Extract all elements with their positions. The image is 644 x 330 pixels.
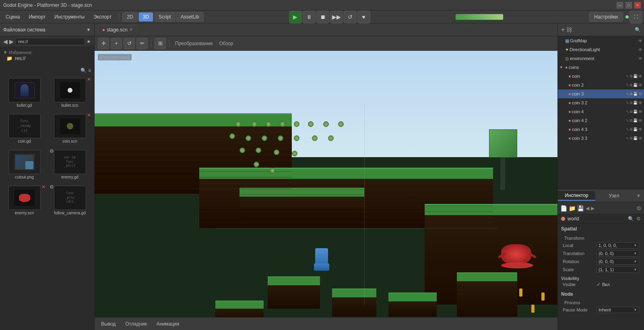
add-node-button[interactable]: + bbox=[561, 26, 565, 33]
dup-action-icon-33[interactable]: ⧉ bbox=[630, 136, 632, 141]
save-file-icon[interactable]: 💾 bbox=[577, 205, 584, 212]
local-dropdown-icon[interactable]: ▼ bbox=[634, 243, 637, 247]
list-item[interactable]: bullet.gd bbox=[3, 77, 45, 109]
move-action-icon[interactable]: ⤡ bbox=[626, 74, 629, 78]
tree-item-coin33[interactable]: ● coin 3 3 ⤡ ⧉ 💾 👁 bbox=[558, 134, 644, 143]
world-settings-icon[interactable]: ⚙ bbox=[636, 216, 641, 222]
translation-value[interactable]: (0, 0, 0) ▼ bbox=[597, 250, 639, 257]
tab-node[interactable]: Узел bbox=[595, 191, 633, 200]
favorites-item-res[interactable]: 📁 res:// bbox=[3, 55, 91, 62]
dup-action-icon-3[interactable]: ⧉ bbox=[630, 92, 632, 96]
scale-value[interactable]: (1, 1, 1) ▼ bbox=[597, 266, 639, 273]
pause-mode-dropdown-icon[interactable]: ▼ bbox=[634, 308, 637, 312]
menu-tools[interactable]: Инструменты bbox=[50, 12, 89, 21]
tree-item-coins[interactable]: ▼ ● coins bbox=[558, 63, 644, 72]
eye-icon-coin42[interactable]: 👁 bbox=[638, 118, 642, 123]
rotation-value[interactable]: (0, 0, 0) ▼ bbox=[597, 258, 639, 265]
list-item[interactable]: ⚙ var spfunc_ph(){ enemy.gd bbox=[49, 148, 91, 181]
tab-stage-scn[interactable]: ● stage.scn ✕ bbox=[98, 25, 137, 35]
list-item[interactable]: ✕ enemy.scn bbox=[3, 184, 45, 217]
tree-item-gridmap[interactable]: ▦ GridMap 👁 bbox=[558, 36, 644, 45]
loop-button[interactable]: ↺ bbox=[344, 10, 357, 23]
dup-action-icon-4[interactable]: ⧉ bbox=[630, 110, 632, 114]
filesystem-dropdown-icon[interactable]: ▼ bbox=[86, 27, 91, 33]
save-action-icon-4[interactable]: 💾 bbox=[633, 110, 638, 114]
save-action-icon-33[interactable]: 💾 bbox=[633, 136, 638, 140]
view-menu[interactable]: Обзор bbox=[217, 40, 236, 47]
rotation-dropdown-icon[interactable]: ▼ bbox=[634, 259, 637, 264]
close-button[interactable]: ✕ bbox=[634, 2, 641, 8]
tree-expand-coins-icon[interactable]: ▼ bbox=[559, 65, 564, 69]
list-item[interactable]: ✕ coin.scn bbox=[49, 112, 91, 145]
save-action-icon[interactable]: 💾 bbox=[633, 74, 638, 78]
meta-button[interactable]: ♥ bbox=[357, 10, 370, 23]
tab-close-icon[interactable]: ✕ bbox=[129, 27, 133, 32]
dup-action-icon-32[interactable]: ⧉ bbox=[630, 101, 632, 105]
tree-item-coin[interactable]: ● coin ⤡ ⧉ 💾 👁 bbox=[558, 72, 644, 81]
tab-debugger[interactable]: Отладчик bbox=[122, 320, 150, 328]
save-action-icon-43[interactable]: 💾 bbox=[633, 127, 638, 131]
tab-animation[interactable]: Анимация bbox=[153, 320, 182, 328]
script-button[interactable]: Script bbox=[154, 12, 175, 22]
move-action-icon-42[interactable]: ⤡ bbox=[626, 118, 629, 122]
tab-inspector[interactable]: Инспектор bbox=[558, 191, 595, 201]
list-item[interactable]: ⚙ func_proc(d){ follow_camera.gd bbox=[49, 184, 91, 217]
tree-item-directionallight[interactable]: ✦ DirectionalLight 👁 bbox=[558, 45, 644, 54]
list-item[interactable]: func_ready(){ coin.gd bbox=[3, 112, 45, 145]
scale-dropdown-icon[interactable]: ▼ bbox=[634, 268, 637, 272]
move-action-icon-2[interactable]: ⤡ bbox=[626, 83, 629, 87]
move-action-icon-3[interactable]: ⤡ bbox=[626, 92, 629, 96]
move-action-icon-32[interactable]: ⤡ bbox=[626, 101, 629, 105]
tree-item-coin3[interactable]: ● coin 3 ⤡ ⧉ 💾 👁 bbox=[558, 89, 644, 98]
rotate-tool-button[interactable]: ↺ bbox=[124, 38, 135, 49]
maximize-button[interactable]: □ bbox=[625, 2, 632, 8]
eye-icon-coin32[interactable]: 👁 bbox=[638, 101, 642, 105]
menu-export[interactable]: Экспорт bbox=[89, 12, 116, 21]
world-search-icon[interactable]: 🔍 bbox=[628, 216, 634, 222]
expand-button[interactable]: ⛶ bbox=[630, 10, 642, 23]
favorites-star-icon[interactable]: ★ bbox=[87, 39, 91, 44]
next-icon[interactable]: ▶ bbox=[591, 205, 594, 211]
tree-item-coin32[interactable]: ● coin 3 2 ⤡ ⧉ 💾 👁 bbox=[558, 98, 644, 107]
settings-button[interactable]: Настройки bbox=[589, 12, 623, 22]
view-2d-button[interactable]: 2D bbox=[122, 12, 137, 22]
inspector-expand-icon[interactable]: ▼ bbox=[633, 193, 644, 199]
file-delete-icon[interactable]: ✕ bbox=[41, 184, 45, 190]
open-file-icon[interactable]: 📁 bbox=[569, 205, 576, 212]
grid-tool-button[interactable]: ⊞ bbox=[155, 38, 166, 49]
tree-item-coin4[interactable]: ● coin 4 ⤡ ⧉ 💾 👁 bbox=[558, 107, 644, 116]
file-gear-icon[interactable]: ⚙ bbox=[50, 148, 54, 154]
dup-action-icon-2[interactable]: ⧉ bbox=[630, 83, 632, 87]
assetlib-button[interactable]: AssetLib bbox=[176, 12, 204, 22]
translation-dropdown-icon[interactable]: ▼ bbox=[634, 251, 637, 255]
save-action-icon-42[interactable]: 💾 bbox=[633, 118, 638, 122]
viewport-3d[interactable]: [Перспектива] bbox=[95, 51, 557, 317]
save-action-icon-32[interactable]: 💾 bbox=[633, 101, 638, 105]
menu-scene[interactable]: Сцена bbox=[2, 12, 24, 21]
local-value[interactable]: 1, 0, 0, 0, ▼ bbox=[597, 242, 639, 249]
add-tool-button[interactable]: + bbox=[111, 38, 122, 49]
list-view-icon[interactable]: ≡ bbox=[88, 68, 91, 73]
select-tool-button[interactable]: ✛ bbox=[98, 38, 109, 49]
eye-icon-environment[interactable]: 👁 bbox=[638, 56, 642, 61]
tree-item-environment[interactable]: ◎ environment 👁 bbox=[558, 54, 644, 63]
minimize-button[interactable]: — bbox=[617, 2, 623, 8]
file-path[interactable]: res:// bbox=[15, 38, 85, 45]
eye-icon-coin3[interactable]: 👁 bbox=[638, 92, 642, 96]
eye-icon-dirlight[interactable]: 👁 bbox=[638, 48, 642, 52]
pause-button[interactable]: ⏸ bbox=[303, 10, 316, 23]
file-gear-icon[interactable]: ⚙ bbox=[50, 184, 54, 190]
save-action-icon-3[interactable]: 💾 bbox=[633, 92, 638, 96]
save-action-icon-2[interactable]: 💾 bbox=[633, 83, 638, 87]
step-forward-button[interactable]: ▶▶ bbox=[330, 10, 343, 23]
eye-icon-coin[interactable]: 👁 bbox=[638, 74, 642, 79]
nav-back-button[interactable]: ◀ bbox=[3, 38, 8, 45]
menu-import[interactable]: Импорт bbox=[25, 12, 50, 21]
dup-action-icon-43[interactable]: ⧉ bbox=[630, 127, 632, 132]
file-delete-icon[interactable]: ✕ bbox=[87, 77, 91, 82]
tab-output[interactable]: Вывод bbox=[98, 320, 119, 328]
link-node-button[interactable]: ⛓ bbox=[566, 27, 572, 33]
eye-icon-coin4[interactable]: 👁 bbox=[638, 110, 642, 114]
dup-action-icon-42[interactable]: ⧉ bbox=[630, 118, 632, 123]
tree-item-coin43[interactable]: ● coin 4 3 ⤡ ⧉ 💾 👁 bbox=[558, 125, 644, 134]
